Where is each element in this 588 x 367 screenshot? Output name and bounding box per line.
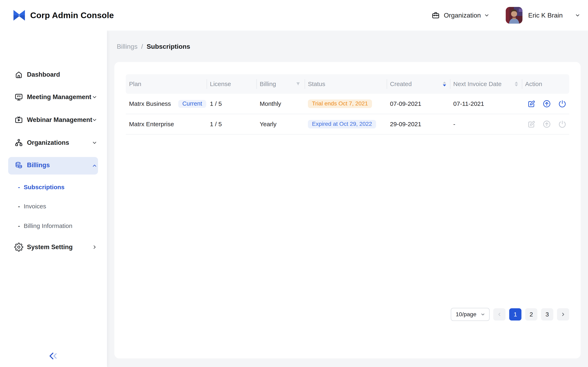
breadcrumb-billings[interactable]: Billings <box>117 43 138 50</box>
cell-action <box>522 114 569 134</box>
gear-icon <box>14 243 23 252</box>
app-logo-icon <box>13 9 25 21</box>
subitem-label: Billing Information <box>24 222 72 229</box>
admin-console-app: Corp Admin Console Organization <box>0 0 588 367</box>
table-row: Matrx Enterprise 1 / 5 Yearly Expired at… <box>126 114 569 134</box>
plan-name: Matrx Enterprise <box>129 121 174 128</box>
briefcase-icon <box>431 11 440 20</box>
column-header-created[interactable]: Created <box>387 74 450 94</box>
user-menu-chevron-down-icon[interactable] <box>575 12 581 18</box>
sidebar-item-label: Billings <box>27 161 50 169</box>
column-header-license: License <box>207 74 256 94</box>
edit-icon[interactable] <box>527 99 536 108</box>
caret-up-icon <box>515 81 518 84</box>
caret-down-icon <box>443 84 446 87</box>
cell-billing: Monthly <box>256 94 305 114</box>
organization-label: Organization <box>444 12 481 19</box>
page-size-select[interactable]: 10/page <box>451 308 490 321</box>
sidebar-item-label: System Setting <box>27 243 73 251</box>
edit-icon <box>527 120 536 129</box>
chevron-down-icon <box>91 140 98 146</box>
column-separator <box>387 79 387 89</box>
page-size-value: 10/page <box>456 311 476 318</box>
column-header-status: Status <box>305 74 387 94</box>
chevron-up-icon <box>91 163 98 169</box>
plan-name: Matrx Business <box>129 100 171 107</box>
collapse-sidebar-icon[interactable] <box>48 351 58 361</box>
chevron-left-icon <box>497 312 502 317</box>
power-icon <box>558 120 567 129</box>
pagination-next-button[interactable] <box>557 308 569 320</box>
subitem-label: Subscriptions <box>24 184 65 191</box>
column-separator <box>305 79 305 89</box>
cell-license: 1 / 5 <box>207 114 256 134</box>
subitem-bullet: - <box>18 203 20 210</box>
sidebar-subitem-subscriptions[interactable]: - Subscriptions <box>0 182 107 192</box>
sidebar-item-webinar-management[interactable]: Webinar Management <box>0 114 107 126</box>
sidebar: Dashboard Meeting Management Webinar Man… <box>0 31 107 367</box>
column-header-action: Action <box>522 74 569 94</box>
cell-license: 1 / 5 <box>207 94 256 114</box>
sidebar-item-label: Dashboard <box>27 71 60 78</box>
breadcrumb-separator: / <box>141 43 143 50</box>
organization-switcher[interactable]: Organization <box>431 11 490 20</box>
sidebar-item-label: Organizations <box>27 139 69 146</box>
table-header-row: Plan License Billing Status Created <box>126 74 569 94</box>
cell-plan: Matrx Enterprise <box>126 114 207 134</box>
sidebar-item-organizations[interactable]: Organizations <box>0 137 107 149</box>
power-icon[interactable] <box>558 99 567 108</box>
chevron-down-icon <box>91 94 98 100</box>
sorter-next-invoice-date[interactable] <box>515 81 518 87</box>
sidebar-item-label: Webinar Management <box>27 116 92 124</box>
sidebar-item-meeting-management[interactable]: Meeting Management <box>0 91 107 103</box>
sidebar-subitem-invoices[interactable]: - Invoices <box>0 201 107 212</box>
cell-created: 29-09-2021 <box>387 114 450 134</box>
chevron-right-icon <box>560 312 566 317</box>
cell-next-invoice-date: - <box>450 114 522 134</box>
pagination-prev-button <box>493 308 506 320</box>
billing-database-icon <box>14 161 23 170</box>
sidebar-item-billings[interactable]: Billings <box>8 157 98 175</box>
current-plan-tag: Current <box>178 100 206 108</box>
upgrade-arrow-circle-icon[interactable] <box>542 99 551 108</box>
cell-billing: Yearly <box>256 114 305 134</box>
cell-plan: Matrx Business Current <box>126 94 207 114</box>
cell-status: Trial ends Oct 7, 2021 <box>305 94 387 114</box>
chevron-down-icon <box>484 12 490 18</box>
breadcrumb-subscriptions: Subscriptions <box>147 43 190 50</box>
subscriptions-table: Plan License Billing Status Created <box>126 74 569 134</box>
column-header-billing: Billing <box>256 74 305 94</box>
pagination-page-2[interactable]: 2 <box>525 308 537 320</box>
pagination: 10/page 1 2 3 <box>451 307 569 322</box>
caret-up-icon <box>443 81 446 84</box>
sidebar-item-label: Meeting Management <box>27 93 91 101</box>
sidebar-item-system-setting[interactable]: System Setting <box>0 241 107 253</box>
sidebar-item-dashboard[interactable]: Dashboard <box>0 68 107 81</box>
upgrade-arrow-circle-icon <box>542 120 551 129</box>
subitem-bullet: - <box>18 222 20 229</box>
subitem-label: Invoices <box>24 203 46 210</box>
avatar[interactable] <box>506 7 522 24</box>
pagination-page-1[interactable]: 1 <box>509 308 521 320</box>
cell-status: Expired at Oct 29, 2022 <box>305 114 387 134</box>
column-header-next-invoice-date[interactable]: Next Invoice Date <box>450 74 522 94</box>
sidebar-subitem-billing-information[interactable]: - Billing Information <box>0 221 107 231</box>
sorter-created[interactable] <box>443 81 446 87</box>
org-chart-icon <box>14 138 23 147</box>
chevron-down-icon <box>91 117 98 123</box>
home-icon <box>14 70 23 79</box>
cell-created: 07-09-2021 <box>387 94 450 114</box>
cell-next-invoice-date: 07-11-2021 <box>450 94 522 114</box>
filter-funnel-icon[interactable] <box>295 81 301 87</box>
subscriptions-card: Plan License Billing Status Created <box>114 62 581 359</box>
column-separator <box>256 79 257 89</box>
webinar-tv-icon <box>14 115 23 124</box>
column-separator <box>207 79 207 89</box>
meeting-screen-icon <box>14 92 23 101</box>
top-bar: Corp Admin Console Organization <box>0 0 588 31</box>
pagination-page-3[interactable]: 3 <box>541 308 553 320</box>
main-content: Billings / Subscriptions Plan License Bi… <box>107 31 588 367</box>
column-separator <box>522 79 522 89</box>
chevron-down-icon <box>480 312 485 317</box>
caret-down-icon <box>515 84 518 87</box>
